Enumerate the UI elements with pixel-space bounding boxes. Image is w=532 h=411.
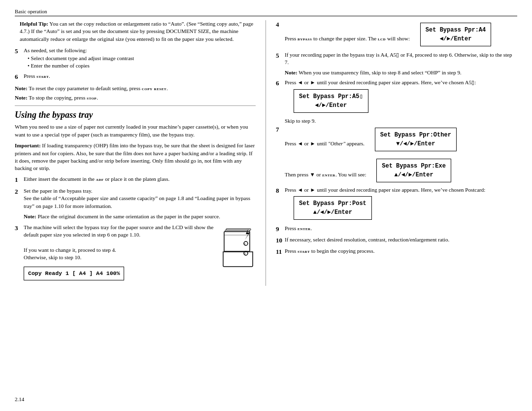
then-press-text: Then press ▼ or enter. You will see: Set…	[285, 156, 517, 185]
step-6-content: Press start.	[24, 72, 256, 81]
paper-diagram-svg: 1 2	[221, 226, 256, 271]
right-step-8-content: Press ◄ or ► until your desired recordin…	[285, 186, 517, 222]
right-step-7-num: 7	[276, 125, 285, 154]
step-5-content: As needed, set the following: Select doc…	[24, 47, 256, 69]
step-6: 6 Press start.	[15, 72, 256, 81]
step-5-intro: As needed, set the following:	[24, 47, 87, 53]
step-2-num: 2	[15, 187, 24, 210]
note-3-label: Note:	[24, 213, 36, 219]
right-step-5-content: If your recording paper in the bypass tr…	[285, 51, 517, 67]
copy-ready-container: Copy Ready 1 [ A4 ] A4 100%	[24, 264, 216, 282]
lcd-6-line2: ◄/►/Enter	[299, 101, 363, 110]
right-step-7: 7 Press ◄ or ► until "Other" appears. Se…	[276, 125, 517, 154]
helpful-tip-label: Helpful Tip:	[20, 21, 48, 27]
lcd-box-exe: Set Bypass Ppr:Exe ▲/◄/►/Enter	[376, 159, 451, 182]
step-2-content: Set the paper in the bypass tray. See th…	[24, 187, 256, 210]
right-step-6-num: 6	[276, 79, 285, 115]
right-note-1: Note: When you use transparency film, sk…	[285, 69, 517, 76]
skip-text: Skip to step 9.	[285, 118, 517, 124]
step-3-row: The machine will select the bypass tray …	[24, 224, 256, 283]
right-step-6-text: Press ◄ or ► until your desired recordin…	[285, 79, 476, 85]
note-2-label: Note:	[15, 95, 28, 101]
right-step-6: 6 Press ◄ or ► until your desired record…	[276, 79, 517, 115]
step-5-bullet-2: Enter the number of copies	[28, 62, 256, 69]
note-3-text: Place the original document in the same …	[37, 213, 220, 219]
helpful-tip-text: You can set the copy reduction or enlarg…	[20, 21, 253, 42]
page-footer: 2.14	[15, 396, 24, 402]
paper-diagram: 1 2	[221, 224, 256, 273]
copy-ready-line2: [ A4 ] A4 100%	[72, 270, 120, 276]
note-1: Note: To reset the copy parameter to def…	[15, 85, 256, 92]
right-step-6-content: Press ◄ or ► until your desired recordin…	[285, 79, 517, 115]
right-step-4-num: 4	[276, 20, 285, 49]
right-step-10-num: 10	[276, 236, 285, 245]
right-step-8-text: Press ◄ or ► until your desired recordin…	[285, 187, 485, 193]
lcd-exe-line2: ▲/◄/►/Enter	[382, 171, 446, 179]
note-3: Note: Place the original document in the…	[24, 213, 256, 220]
copy-ready-box: Copy Ready 1 [ A4 ] A4 100%	[24, 267, 124, 280]
lcd-exe-line1: Set Bypass Ppr:Exe	[382, 162, 446, 171]
lcd-7-line1: Set Bypass Ppr:Other	[380, 131, 451, 139]
right-step-11-content: Press start to begin the copying process…	[285, 247, 517, 256]
step-2-intro: Set the paper in the bypass tray.	[24, 188, 93, 194]
helpful-tip-block: Helpful Tip: You can set the copy reduct…	[15, 20, 256, 43]
right-step-11-num: 11	[276, 247, 285, 256]
important-block: Important: If loading transparency (OHP)…	[15, 142, 256, 172]
right-step-5-text: If your recording paper in the bypass tr…	[285, 52, 512, 65]
breadcrumb: Basic operation	[15, 9, 517, 16]
lcd-8-line2: ▲/◄/►/Enter	[299, 208, 366, 217]
lcd-6-line1: Set Bypass Ppr:A5▯	[299, 92, 363, 101]
step-5-num: 5	[15, 47, 24, 69]
step-3-text: The machine will select the bypass tray …	[24, 224, 216, 283]
copy-ready-line1: Copy Ready 1	[28, 270, 69, 276]
section-intro: When you need to use a size of paper not…	[15, 123, 256, 139]
right-step-10-text: If necessary, select desired resolution,…	[285, 237, 449, 242]
right-step-8: 8 Press ◄ or ► until your desired record…	[276, 186, 517, 222]
lcd-box-7: Set Bypass Ppr:Other ▼/◄/►/Enter	[375, 128, 457, 151]
important-text: If loading transparency (OHP) film into …	[15, 142, 255, 171]
right-step-5: 5 If your recording paper in the bypass …	[276, 51, 517, 67]
breadcrumb-text: Basic operation	[15, 9, 47, 14]
divider	[15, 105, 256, 106]
step-2-detail: See the table of “Acceptable paper size …	[24, 195, 250, 208]
step-1-content: Either insert the document in the adf or…	[24, 175, 256, 184]
step-1-num: 1	[15, 175, 24, 184]
step-5-list: Select document type and adjust image co…	[24, 55, 256, 70]
step-3-main-text: The machine will select the bypass tray …	[24, 224, 214, 238]
note-2: Note: To stop the copying, press stop.	[15, 94, 256, 102]
lcd-4-line2: ◄/►/Enter	[426, 34, 486, 43]
right-step-9-num: 9	[276, 225, 285, 234]
lcd-7-line2: ▼/◄/►/Enter	[380, 139, 451, 148]
step-3-num: 3	[15, 224, 24, 283]
footer-page-number: 2.14	[15, 396, 24, 402]
step-3-content: The machine will select the bypass tray …	[24, 224, 256, 283]
step-2: 2 Set the paper in the bypass tray. See …	[15, 187, 256, 210]
lcd-8-line1: Set Bypass Ppr:Post	[299, 199, 366, 208]
note-1-label: Note:	[15, 85, 28, 91]
step-6-num: 6	[15, 72, 24, 81]
important-label: Important:	[15, 142, 41, 148]
step-5-bullet-1: Select document type and adjust image co…	[28, 55, 256, 62]
lcd-box-6: Set Bypass Ppr:A5▯ ◄/►/Enter	[294, 89, 368, 113]
step-5: 5 As needed, set the following: Select d…	[15, 47, 256, 69]
right-step-11: 11 Press start to begin the copying proc…	[276, 247, 517, 256]
svg-text:2: 2	[244, 252, 246, 256]
right-column: 4 Press bypass to change the paper size.…	[266, 20, 517, 286]
right-step-5-num: 5	[276, 51, 285, 67]
right-step-10: 10 If necessary, select desired resoluti…	[276, 236, 517, 245]
step-3: 3 The machine will select the bypass tra…	[15, 224, 256, 283]
right-step-9: 9 Press enter.	[276, 225, 517, 234]
right-note-1-label: Note:	[285, 69, 298, 75]
lcd-box-4: Set Bypass Ppr:A4 ◄/►/Enter	[420, 23, 491, 46]
lcd-4-line1: Set Bypass Ppr:A4	[426, 26, 486, 34]
right-step-9-content: Press enter.	[285, 225, 517, 234]
right-step-8-num: 8	[276, 186, 285, 222]
page-container: Basic operation Helpful Tip: You can set…	[0, 0, 532, 411]
lcd-box-8: Set Bypass Ppr:Post ▲/◄/►/Enter	[294, 196, 372, 220]
right-note-1-text: When you use transparency film, skip to …	[299, 69, 462, 75]
right-step-7-content: Press ◄ or ► until "Other" appears. Set …	[285, 125, 517, 154]
section-heading: Using the bypass tray	[15, 110, 256, 120]
right-step-4: 4 Press bypass to change the paper size.…	[276, 20, 517, 49]
step-1: 1 Either insert the document in the adf …	[15, 175, 256, 184]
right-step-4-content: Press bypass to change the paper size. T…	[285, 20, 517, 49]
